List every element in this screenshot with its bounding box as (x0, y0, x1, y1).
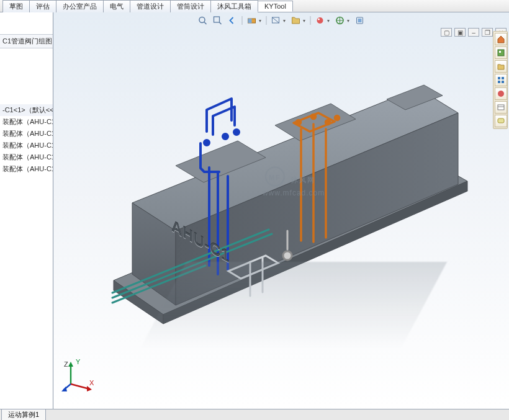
tree-item[interactable]: 装配体（AHU-C1） (0, 128, 53, 140)
feature-tree-toolbar (0, 12, 53, 35)
view-settings-icon[interactable] (354, 15, 366, 26)
doc-maximize-button[interactable]: ❐ (482, 28, 493, 37)
feature-tree: -C1<1>（默认<<默 装配体（AHU-C1） 装配体（AHU-C1） 装配体… (0, 48, 53, 409)
svg-line-48 (71, 384, 89, 389)
custom-props-icon[interactable] (495, 101, 507, 114)
doc-title: C1管道阀门组图（默 (0, 35, 53, 48)
svg-point-38 (335, 115, 340, 120)
prev-view-icon[interactable] (227, 15, 238, 26)
tab-tubing[interactable]: 管筒设计 (170, 0, 211, 12)
task-pane (493, 31, 508, 129)
svg-rect-18 (502, 81, 504, 83)
display-style-icon[interactable] (271, 15, 282, 26)
content-row: ▢ ▣ – ❐ ✕ C1管道阀门组图（默 -C1<1>（默认<<默 装配体（AH… (0, 12, 509, 409)
svg-point-36 (312, 114, 316, 118)
svg-rect-2 (214, 17, 220, 22)
svg-rect-16 (502, 77, 504, 79)
svg-text:Y: Y (76, 358, 81, 365)
toolbar-separator (266, 16, 267, 25)
svg-rect-15 (498, 77, 500, 79)
svg-rect-17 (498, 81, 500, 83)
tab-mufeng-tools[interactable]: 沐风工具箱 (210, 0, 258, 12)
doc-restore-button[interactable]: ▣ (454, 28, 466, 37)
edit-appearance-dropdown[interactable]: ▾ (326, 15, 331, 26)
svg-rect-20 (498, 105, 504, 110)
toolbar-separator (310, 16, 311, 25)
toolbar-separator (242, 16, 243, 25)
svg-point-42 (283, 251, 292, 260)
svg-point-0 (199, 17, 205, 23)
svg-point-19 (498, 91, 504, 97)
svg-rect-14 (499, 51, 501, 53)
svg-marker-49 (87, 386, 92, 391)
tree-item[interactable]: 装配体（AHU-C1） (0, 140, 53, 151)
svg-rect-5 (248, 19, 252, 23)
motion-study-tab[interactable]: 运动算例1 (1, 409, 46, 421)
home-icon[interactable] (495, 33, 507, 45)
section-view-dropdown[interactable]: ▾ (258, 15, 263, 26)
svg-text:Z: Z (64, 360, 68, 368)
feature-tree-panel: C1管道阀门组图（默 -C1<1>（默认<<默 装配体（AHU-C1） 装配体（… (0, 12, 53, 409)
tab-evaluate[interactable]: 评估 (29, 0, 56, 12)
svg-marker-47 (68, 362, 73, 367)
tab-kytool[interactable]: KYTool (258, 1, 293, 12)
edit-appearance-icon[interactable] (315, 15, 326, 26)
hide-show-icon[interactable] (291, 15, 302, 26)
doc-minimize2-button[interactable]: – (468, 28, 479, 37)
floor-reflection (140, 262, 447, 349)
doc-minimize-button[interactable]: ▢ (441, 28, 452, 37)
svg-line-3 (220, 22, 222, 24)
svg-point-33 (223, 134, 228, 139)
tree-item[interactable]: 装配体（AHU-C1） (0, 116, 53, 128)
zoom-fit-icon[interactable] (197, 15, 209, 26)
display-style-dropdown[interactable]: ▾ (282, 15, 287, 26)
tree-item[interactable]: 装配体（AHU-C1） (0, 151, 53, 163)
svg-point-35 (297, 120, 301, 124)
design-library-icon[interactable] (495, 47, 507, 59)
view-palette-icon[interactable] (495, 74, 507, 86)
tab-office[interactable]: 办公室产品 (56, 0, 104, 12)
svg-point-37 (326, 120, 330, 124)
svg-line-1 (204, 22, 207, 25)
tab-sketch[interactable]: 草图 (2, 0, 30, 12)
apply-scene-icon[interactable] (335, 15, 346, 26)
svg-point-32 (204, 140, 209, 145)
appearance-icon[interactable] (495, 87, 507, 100)
model-view: AHU-C1 (83, 69, 480, 336)
tab-piping[interactable]: 管道设计 (130, 0, 171, 12)
viewport[interactable]: ▾ ▾ ▾ ▾ ▾ (53, 12, 509, 409)
zoom-area-icon[interactable] (212, 15, 223, 26)
svg-point-8 (317, 17, 323, 24)
hide-show-dropdown[interactable]: ▾ (302, 15, 307, 26)
tree-root[interactable]: -C1<1>（默认<<默 (0, 104, 53, 116)
bottom-tab-bar: 运动算例1 (0, 409, 509, 420)
svg-point-34 (234, 130, 239, 135)
svg-rect-22 (498, 118, 504, 123)
file-explorer-icon[interactable] (495, 60, 507, 73)
forum-icon[interactable] (495, 115, 507, 127)
svg-point-9 (318, 19, 320, 20)
svg-rect-12 (358, 19, 362, 22)
svg-line-7 (273, 17, 279, 23)
svg-text:X: X (89, 379, 94, 386)
ribbon: 草图 评估 办公室产品 电气 管道设计 管筒设计 沐风工具箱 KYTool (0, 0, 509, 12)
section-view-icon[interactable] (246, 15, 258, 26)
view-triad[interactable]: Z Y X (62, 358, 96, 391)
tree-item[interactable]: 装配体（AHU-C1） (0, 163, 53, 175)
apply-scene-dropdown[interactable]: ▾ (346, 15, 351, 26)
tab-electrical[interactable]: 电气 (103, 0, 130, 12)
heads-up-toolbar: ▾ ▾ ▾ ▾ ▾ (197, 15, 366, 26)
